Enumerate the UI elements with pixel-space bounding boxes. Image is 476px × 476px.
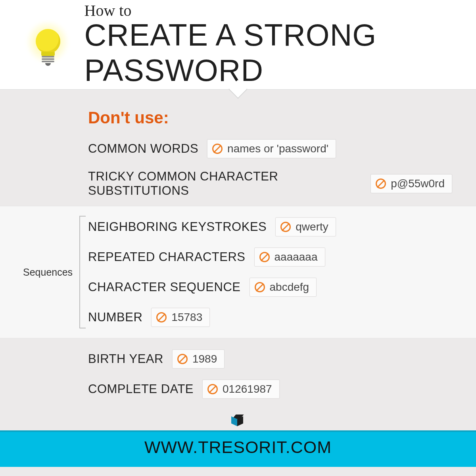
rule-label: TRICKY COMMON CHARACTER SUBSTITUTIONS xyxy=(88,169,362,198)
rule-label: BIRTH YEAR xyxy=(88,352,163,366)
footer: WWW.TRESORIT.COM xyxy=(0,430,476,467)
bracket-icon xyxy=(79,216,86,328)
section-common: Don't use: COMMON WORDS names or 'passwo… xyxy=(0,89,476,206)
ban-icon xyxy=(156,312,167,322)
example-chip: p@55w0rd xyxy=(370,174,452,193)
ban-icon xyxy=(376,178,386,189)
pretitle: How to xyxy=(84,1,476,20)
dont-heading: Don't use: xyxy=(88,108,452,127)
rule-row: CHARACTER SEQUENCE abcdefg xyxy=(88,278,452,297)
example-text: 01261987 xyxy=(223,383,272,395)
example-text: p@55w0rd xyxy=(391,177,445,190)
example-chip: names or 'password' xyxy=(207,139,336,158)
cube-logo-icon xyxy=(231,415,245,428)
example-chip: abcdefg xyxy=(250,278,317,297)
example-text: aaaaaaa xyxy=(274,251,318,263)
rule-row: COMMON WORDS names or 'password' xyxy=(88,139,452,158)
sequences-label: Sequences xyxy=(23,267,73,278)
rule-label: REPEATED CHARACTERS xyxy=(88,250,246,264)
section-dates: BIRTH YEAR 1989 COMPLETE DATE 01261987 xyxy=(0,338,476,415)
example-chip: 1989 xyxy=(172,349,225,369)
example-chip: 15783 xyxy=(151,308,210,327)
example-chip: 01261987 xyxy=(202,380,280,399)
rule-label: COMPLETE DATE xyxy=(88,382,194,396)
example-text: abcdefg xyxy=(270,281,309,294)
header: How to CREATE A STRONG PASSWORD xyxy=(0,0,476,89)
example-text: 1989 xyxy=(192,353,217,365)
example-chip: qwerty xyxy=(275,217,336,236)
rule-label: NEIGHBORING KEYSTROKES xyxy=(88,220,267,234)
rule-row: NEIGHBORING KEYSTROKES qwerty xyxy=(88,217,452,236)
rule-label: CHARACTER SEQUENCE xyxy=(88,280,241,294)
rule-row: NUMBER 15783 xyxy=(88,308,452,327)
rule-label: COMMON WORDS xyxy=(88,142,198,156)
ban-icon xyxy=(280,222,291,232)
example-text: qwerty xyxy=(296,221,328,233)
ban-icon xyxy=(259,252,270,262)
ban-icon xyxy=(255,282,265,292)
rule-row: TRICKY COMMON CHARACTER SUBSTITUTIONS p@… xyxy=(88,169,452,198)
footer-url: WWW.TRESORIT.COM xyxy=(144,438,332,457)
ban-icon xyxy=(212,144,223,154)
section-sequences: Sequences NEIGHBORING KEYSTROKES qwerty … xyxy=(0,206,476,338)
rule-row: COMPLETE DATE 01261987 xyxy=(88,380,452,399)
example-text: names or 'password' xyxy=(227,142,328,155)
rule-row: REPEATED CHARACTERS aaaaaaa xyxy=(88,248,452,267)
logo-row xyxy=(0,415,476,430)
ban-icon xyxy=(177,354,188,364)
example-chip: aaaaaaa xyxy=(254,248,325,267)
ban-icon xyxy=(207,384,218,394)
example-text: 15783 xyxy=(171,311,202,324)
rule-label: NUMBER xyxy=(88,310,142,324)
rule-row: BIRTH YEAR 1989 xyxy=(88,349,452,369)
page-title: CREATE A STRONG PASSWORD xyxy=(84,17,476,88)
